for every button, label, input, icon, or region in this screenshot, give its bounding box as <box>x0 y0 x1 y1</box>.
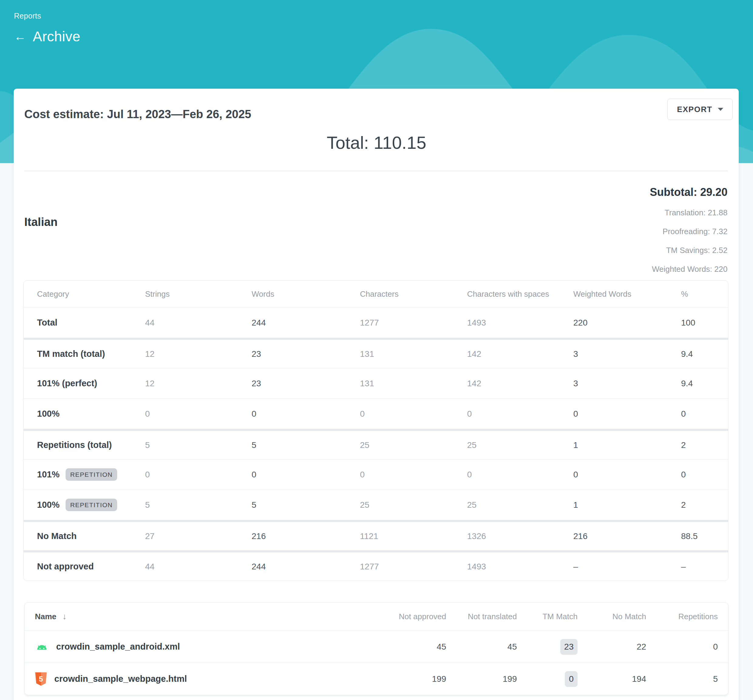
cell-value: 1493 <box>467 318 573 328</box>
breadcrumb[interactable]: Reports <box>14 11 80 20</box>
cell-value: 100 <box>681 318 715 328</box>
cell-value: 1277 <box>360 562 467 572</box>
cell-value: 23 <box>252 379 360 388</box>
sort-descending-icon: ↓ <box>62 612 67 621</box>
cell-value: 2 <box>681 500 715 510</box>
subtotal-weighted-words: Weighted Words: 220 <box>650 264 728 274</box>
category-table-header: CategoryStringsWordsCharactersCharacters… <box>24 281 728 307</box>
category-label-text: Not approved <box>37 561 94 572</box>
category-col-header: Words <box>252 289 360 299</box>
table-row: 101% (perfect)122313114239.4 <box>24 368 728 398</box>
file-row[interactable]: crowdin_sample_android.xml454523220 <box>25 630 728 662</box>
files-table: Name↓Not approvedNot translatedTM MatchN… <box>24 602 728 695</box>
cell-value: 0 <box>573 409 681 419</box>
language-name: Italian <box>24 216 58 229</box>
subtotal-value: Subtotal: 29.20 <box>650 186 728 198</box>
html5-file-icon: 5 <box>35 672 47 686</box>
files-col-header: No Match <box>578 612 646 621</box>
cell-value: 0 <box>360 470 467 480</box>
cell-value: 1121 <box>360 531 467 541</box>
file-name-label: crowdin_sample_android.xml <box>56 642 180 652</box>
cell-value: 244 <box>252 318 360 328</box>
cell-value: 244 <box>252 562 360 572</box>
file-tm-match: 0 <box>517 671 578 687</box>
category-label-text: TM match (total) <box>37 349 105 359</box>
export-button[interactable]: EXPORT <box>667 99 733 120</box>
cell-value: – <box>573 562 681 572</box>
category-label-text: 101% <box>37 469 59 480</box>
subtotal-block: Subtotal: 29.20 Translation: 21.88 Proof… <box>650 186 728 274</box>
category-label-text: 100% <box>37 500 59 510</box>
cell-value: 2 <box>681 441 715 450</box>
category-col-header: Category <box>37 289 145 299</box>
cell-value: 25 <box>360 500 467 510</box>
file-row[interactable]: 5crowdin_sample_webpage.html19919901945 <box>25 662 728 695</box>
table-row: TM match (total)122313114239.4 <box>24 338 728 368</box>
files-name-header-label: Name <box>35 612 56 621</box>
cell-value: 9.4 <box>681 379 715 388</box>
category-col-header: Characters with spaces <box>467 289 573 299</box>
category-label: 101%REPETITION <box>37 468 145 481</box>
cell-value: 0 <box>145 470 252 480</box>
category-col-header: % <box>681 289 715 299</box>
back-arrow-icon[interactable]: ← <box>14 30 26 42</box>
page-title: Archive <box>33 28 80 45</box>
subtotal-proofreading: Proofreading: 7.32 <box>650 227 728 236</box>
section-divider <box>24 171 728 171</box>
category-label: Total <box>37 318 145 328</box>
cell-value: 5 <box>145 441 252 450</box>
svg-text:5: 5 <box>39 675 43 683</box>
table-row: 101%REPETITION000000 <box>24 459 728 489</box>
cell-value: 3 <box>573 349 681 359</box>
category-label: 100%REPETITION <box>37 498 145 511</box>
category-label: 100% <box>37 409 145 419</box>
cell-value: 23 <box>252 349 360 359</box>
files-col-header: TM Match <box>517 612 578 621</box>
category-col-header: Characters <box>360 289 467 299</box>
file-tm-match: 23 <box>517 639 578 655</box>
cell-value: 5 <box>145 500 252 510</box>
cell-value: 12 <box>145 379 252 388</box>
cell-value: 44 <box>145 562 252 572</box>
repetition-badge: REPETITION <box>65 468 117 481</box>
cell-value: – <box>681 562 715 572</box>
table-row: Total4424412771493220100 <box>24 307 728 338</box>
category-label: 101% (perfect) <box>37 378 145 388</box>
cell-value: 131 <box>360 349 467 359</box>
grand-total: Total: 110.15 <box>0 133 753 153</box>
cell-value: 216 <box>252 531 360 541</box>
report-title: Cost estimate: Jul 11, 2023—Feb 26, 2025 <box>24 108 251 121</box>
files-sort-header[interactable]: Name↓ <box>35 612 376 621</box>
cell-value: 1326 <box>467 531 573 541</box>
category-col-header: Weighted Words <box>573 289 681 299</box>
cell-value: 5 <box>252 441 360 450</box>
cell-value: 0 <box>360 409 467 419</box>
category-label: Repetitions (total) <box>37 440 145 450</box>
cell-value: 0 <box>681 409 715 419</box>
cell-value: 0 <box>252 470 360 480</box>
table-row: 100%REPETITION55252512 <box>24 489 728 520</box>
cell-value: 0 <box>573 470 681 480</box>
file-repetitions: 0 <box>646 642 718 652</box>
file-not-translated: 45 <box>446 642 517 652</box>
file-not-approved: 45 <box>376 642 446 652</box>
table-row: Repetitions (total)55252512 <box>24 429 728 459</box>
cell-value: 25 <box>360 441 467 450</box>
cell-value: 25 <box>467 500 573 510</box>
cell-value: 9.4 <box>681 349 715 359</box>
file-name-label: crowdin_sample_webpage.html <box>55 674 187 684</box>
file-repetitions: 5 <box>646 674 718 684</box>
category-label: No Match <box>37 531 145 541</box>
category-label: Not approved <box>37 561 145 572</box>
file-name-cell: crowdin_sample_android.xml <box>35 640 376 654</box>
files-table-header: Name↓Not approvedNot translatedTM MatchN… <box>25 603 728 630</box>
cell-value: 142 <box>467 379 573 388</box>
cell-value: 131 <box>360 379 467 388</box>
cell-value: 1 <box>573 441 681 450</box>
category-label-text: Repetitions (total) <box>37 440 112 450</box>
category-label: TM match (total) <box>37 349 145 359</box>
table-row: 100%000000 <box>24 398 728 429</box>
category-label-text: Total <box>37 318 58 328</box>
table-row: Not approved4424412771493–– <box>24 550 728 581</box>
cell-value: 1277 <box>360 318 467 328</box>
